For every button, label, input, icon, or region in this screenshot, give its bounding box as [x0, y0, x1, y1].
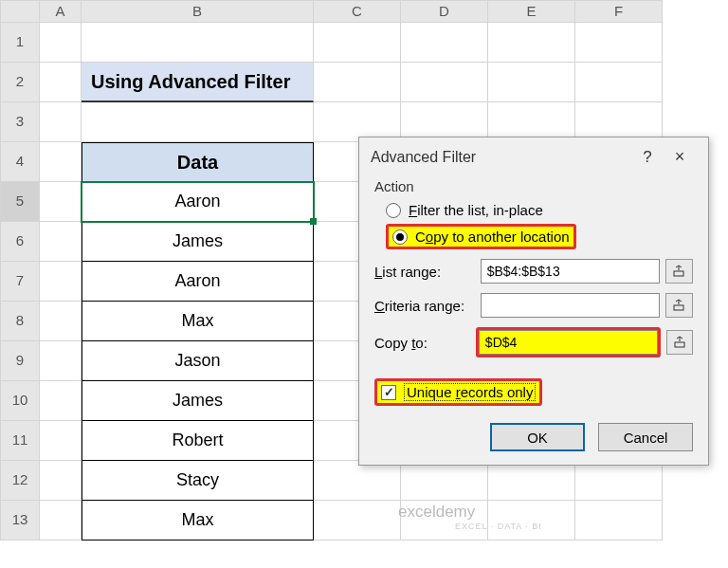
col-header-C[interactable]: C	[314, 0, 401, 23]
radio-icon	[386, 203, 401, 218]
cancel-button[interactable]: Cancel	[598, 423, 693, 451]
cell-value: Aaron	[174, 192, 220, 211]
svg-rect-2	[675, 342, 684, 347]
cell[interactable]	[575, 63, 663, 102]
radio-label: Copy to another location	[415, 229, 570, 245]
radio-icon	[392, 229, 408, 245]
table-row[interactable]: Robert	[82, 421, 314, 461]
table-row[interactable]: Stacy	[82, 461, 314, 501]
select-all-corner[interactable]	[0, 0, 40, 23]
list-range-label: List range:	[374, 264, 475, 280]
table-row[interactable]: James	[82, 222, 314, 262]
help-button[interactable]: ?	[632, 148, 663, 167]
cell[interactable]	[40, 222, 82, 262]
row-header-6[interactable]: 6	[0, 222, 40, 262]
copy-to-row: Copy to:	[374, 327, 693, 357]
row-header-4[interactable]: 4	[0, 142, 40, 182]
range-select-icon	[672, 265, 685, 278]
table-row[interactable]: James	[82, 381, 314, 421]
section-title[interactable]: Using Advanced Filter	[82, 63, 314, 102]
cell[interactable]	[401, 23, 488, 63]
svg-rect-0	[674, 271, 683, 276]
collapse-range-button[interactable]	[666, 330, 693, 355]
row-header-8[interactable]: 8	[0, 302, 40, 341]
dialog-titlebar[interactable]: Advanced Filter ? ×	[359, 137, 708, 174]
cell[interactable]	[40, 23, 82, 63]
cell[interactable]	[40, 501, 82, 541]
table-header[interactable]: Data	[82, 142, 314, 182]
cell[interactable]	[40, 341, 82, 381]
cell[interactable]	[40, 142, 82, 182]
col-header-D[interactable]: D	[401, 0, 488, 23]
criteria-range-label: Criteria range:	[374, 298, 475, 314]
copy-to-input[interactable]	[479, 330, 658, 355]
row-header-10[interactable]: 10	[0, 381, 40, 421]
unique-records-checkbox[interactable]: ✓ Unique records only	[374, 378, 542, 406]
table-row[interactable]: Max	[82, 501, 314, 541]
cell[interactable]	[40, 381, 82, 421]
list-range-input[interactable]	[481, 259, 660, 284]
svg-rect-1	[674, 305, 683, 310]
cell[interactable]	[40, 421, 82, 461]
checkbox-icon: ✓	[381, 385, 396, 400]
collapse-range-button[interactable]	[665, 293, 693, 318]
cell[interactable]	[40, 102, 82, 142]
ok-button[interactable]: OK	[490, 423, 585, 451]
cell[interactable]	[575, 461, 663, 501]
row-header-11[interactable]: 11	[0, 421, 40, 461]
column-headers: A B C D E F	[0, 0, 728, 23]
radio-label: Filter the list, in-place	[409, 202, 543, 218]
cell[interactable]	[488, 461, 575, 501]
cell[interactable]	[488, 23, 575, 63]
watermark: exceldemy	[398, 503, 475, 522]
cell[interactable]	[401, 63, 488, 102]
col-header-A[interactable]: A	[40, 0, 82, 23]
cell[interactable]	[40, 461, 82, 501]
dialog-title: Advanced Filter	[371, 149, 632, 166]
advanced-filter-dialog: Advanced Filter ? × Action Filter the li…	[358, 137, 709, 466]
cell[interactable]	[40, 262, 82, 302]
cell[interactable]	[488, 501, 575, 541]
table-row[interactable]: Max	[82, 302, 314, 341]
criteria-range-input[interactable]	[481, 293, 660, 318]
cell[interactable]	[488, 63, 575, 102]
selected-cell[interactable]: Aaron	[82, 182, 314, 222]
action-group-label: Action	[374, 178, 693, 194]
checkbox-label: Unique records only	[404, 383, 536, 401]
col-header-E[interactable]: E	[488, 0, 575, 23]
col-header-F[interactable]: F	[575, 0, 663, 23]
list-range-row: List range:	[374, 259, 693, 284]
table-row[interactable]: Jason	[82, 341, 314, 381]
cell[interactable]	[401, 461, 488, 501]
row-header-9[interactable]: 9	[0, 341, 40, 381]
cell[interactable]	[82, 23, 314, 63]
cell[interactable]	[314, 461, 401, 501]
col-header-B[interactable]: B	[82, 0, 314, 23]
cell[interactable]	[314, 23, 401, 63]
criteria-range-row: Criteria range:	[374, 293, 693, 318]
close-button[interactable]: ×	[663, 147, 697, 167]
cell[interactable]	[575, 501, 663, 541]
cell[interactable]	[40, 302, 82, 341]
cell[interactable]	[575, 23, 663, 63]
fill-handle[interactable]	[310, 218, 317, 225]
table-row[interactable]: Aaron	[82, 262, 314, 302]
cell[interactable]	[40, 63, 82, 102]
row-header-1[interactable]: 1	[0, 23, 40, 63]
range-select-icon	[673, 336, 686, 349]
row-header-12[interactable]: 12	[0, 461, 40, 501]
radio-copy-to-location[interactable]: Copy to another location	[386, 224, 693, 249]
row-header-13[interactable]: 13	[0, 501, 40, 541]
copy-to-label: Copy to:	[374, 335, 470, 351]
range-select-icon	[672, 299, 685, 312]
row-header-7[interactable]: 7	[0, 262, 40, 302]
cell[interactable]	[40, 182, 82, 222]
cell[interactable]	[314, 63, 401, 102]
collapse-range-button[interactable]	[665, 259, 693, 284]
row-header-2[interactable]: 2	[0, 63, 40, 102]
radio-filter-in-place[interactable]: Filter the list, in-place	[386, 202, 693, 218]
cell[interactable]	[314, 501, 401, 541]
row-header-5[interactable]: 5	[0, 182, 40, 222]
row-header-3[interactable]: 3	[0, 102, 40, 142]
cell[interactable]	[82, 102, 314, 142]
